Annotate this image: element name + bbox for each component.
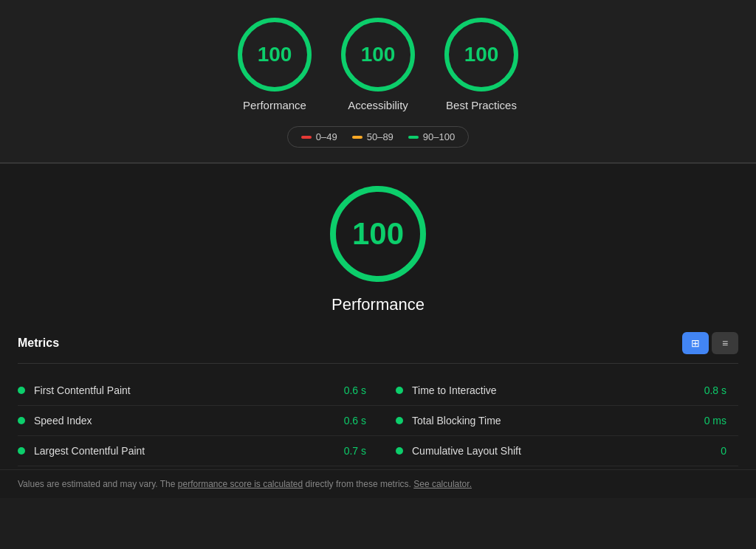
- metric-row-tti: Time to Interactive 0.8 s: [378, 376, 738, 406]
- metric-name-tbt: Total Blocking Time: [412, 415, 695, 427]
- accessibility-score: 100: [361, 43, 396, 66]
- legend-range-low: 0–49: [316, 131, 337, 142]
- metrics-grid: First Contentful Paint 0.6 s Speed Index…: [18, 376, 738, 466]
- legend-item-low: 0–49: [301, 131, 337, 142]
- performance-score-link[interactable]: performance score is calculated: [178, 479, 303, 489]
- metric-row-si: Speed Index 0.6 s: [18, 406, 378, 436]
- legend-row: 0–49 50–89 90–100: [287, 126, 469, 148]
- metric-value-lcp: 0.7 s: [344, 445, 366, 457]
- metric-value-si: 0.6 s: [344, 415, 366, 427]
- main-section: 100 Performance Metrics ⊞ ≡ First Conten…: [0, 164, 756, 498]
- accessibility-circle: 100: [341, 18, 415, 92]
- calculator-link[interactable]: See calculator.: [413, 479, 472, 489]
- metric-name-cls: Cumulative Layout Shift: [412, 445, 712, 457]
- legend-range-mid: 50–89: [367, 131, 394, 142]
- metric-name-tti: Time to Interactive: [412, 384, 695, 396]
- metric-value-cls: 0: [721, 445, 726, 457]
- metric-row-cls: Cumulative Layout Shift 0: [378, 436, 738, 466]
- best-practices-score: 100: [464, 43, 499, 66]
- legend-dot-orange: [352, 136, 362, 139]
- metric-name-fcp: First Contentful Paint: [34, 384, 335, 396]
- list-view-button[interactable]: ≡: [712, 332, 738, 354]
- legend-range-high: 90–100: [423, 131, 455, 142]
- metric-dot-cls: [396, 447, 403, 455]
- metric-row-fcp: First Contentful Paint 0.6 s: [18, 376, 378, 406]
- metrics-header: Metrics ⊞ ≡: [18, 332, 738, 364]
- metric-dot-tti: [396, 387, 403, 394]
- legend-dot-green: [408, 136, 419, 139]
- score-item-performance: 100 Performance: [238, 18, 312, 111]
- metric-row-tbt: Total Blocking Time 0 ms: [378, 406, 738, 436]
- accessibility-label: Accessibility: [348, 99, 408, 111]
- metric-dot-lcp: [18, 447, 25, 455]
- metric-value-fcp: 0.6 s: [344, 384, 366, 396]
- metrics-controls: ⊞ ≡: [682, 332, 738, 354]
- treemap-view-button[interactable]: ⊞: [682, 332, 709, 354]
- score-circles-row: 100 Performance 100 Accessibility 100 Be…: [238, 18, 518, 111]
- metric-name-si: Speed Index: [34, 415, 335, 427]
- main-performance-score: 100: [352, 216, 404, 252]
- metric-row-lcp: Largest Contentful Paint 0.7 s: [18, 436, 378, 466]
- metrics-right-column: Time to Interactive 0.8 s Total Blocking…: [378, 376, 738, 466]
- legend-dot-red: [301, 136, 312, 139]
- metric-dot-fcp: [18, 387, 25, 394]
- legend-item-high: 90–100: [408, 131, 455, 142]
- footer-prefix: Values are estimated and may vary. The: [18, 479, 178, 489]
- performance-circle: 100: [238, 18, 312, 92]
- performance-label: Performance: [243, 99, 306, 111]
- footer-middle: directly from these metrics.: [303, 479, 413, 489]
- metric-value-tbt: 0 ms: [704, 415, 726, 427]
- metrics-left-column: First Contentful Paint 0.6 s Speed Index…: [18, 376, 378, 466]
- legend-item-mid: 50–89: [352, 131, 394, 142]
- best-practices-circle: 100: [444, 18, 518, 92]
- metrics-title: Metrics: [18, 336, 59, 350]
- metric-value-tti: 0.8 s: [704, 384, 726, 396]
- footer-note: Values are estimated and may vary. The p…: [0, 469, 756, 498]
- metrics-section: Metrics ⊞ ≡ First Contentful Paint 0.6 s…: [0, 332, 756, 466]
- best-practices-label: Best Practices: [446, 99, 517, 111]
- metric-dot-si: [18, 417, 25, 424]
- score-item-accessibility: 100 Accessibility: [341, 18, 415, 111]
- metric-dot-tbt: [396, 417, 403, 424]
- metric-name-lcp: Largest Contentful Paint: [34, 445, 335, 457]
- score-item-best-practices: 100 Best Practices: [444, 18, 518, 111]
- top-section: 100 Performance 100 Accessibility 100 Be…: [0, 0, 756, 163]
- performance-score: 100: [258, 43, 292, 66]
- main-performance-label: Performance: [331, 295, 425, 314]
- main-performance-circle: 100: [330, 186, 426, 282]
